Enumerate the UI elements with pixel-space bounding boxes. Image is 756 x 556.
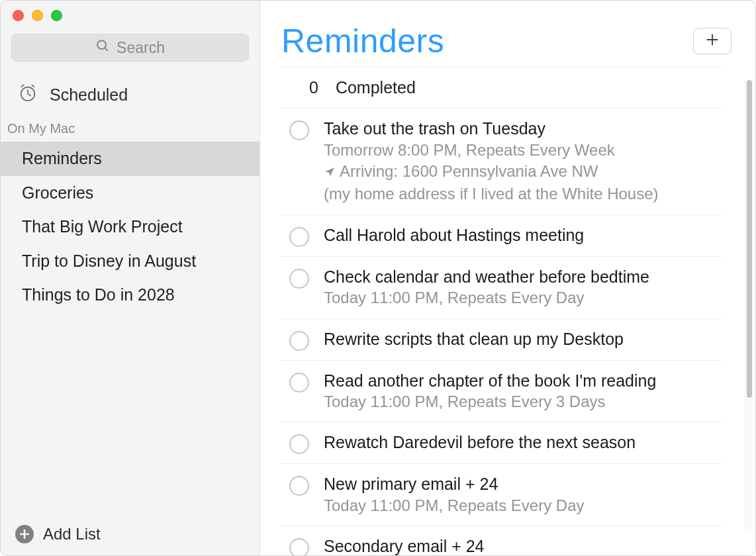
- reminder-item[interactable]: Call Harold about Hastings meeting: [280, 214, 722, 256]
- add-reminder-button[interactable]: [693, 28, 732, 54]
- reminder-schedule: Tomorrow 8:00 PM, Repeats Every Week: [324, 140, 722, 161]
- scrollbar-track[interactable]: [745, 80, 753, 530]
- reminder-title: New primary email + 24: [324, 473, 722, 495]
- app-window: Search Scheduled On My Mac Reminders: [0, 0, 756, 556]
- sidebar-list-label: Trip to Disney in August: [22, 252, 196, 270]
- reminder-item[interactable]: Take out the trash on Tuesday Tomorrow 8…: [280, 108, 722, 214]
- reminder-title: Take out the trash on Tuesday: [324, 118, 722, 140]
- reminder-checkbox[interactable]: [289, 227, 309, 247]
- reminder-title: Check calendar and weather before bedtim…: [324, 266, 722, 288]
- sidebar-list-work-project[interactable]: That Big Work Project: [1, 210, 260, 244]
- sidebar-lists: Reminders Groceries That Big Work Projec…: [1, 142, 260, 312]
- window-controls: [1, 1, 260, 26]
- reminders-scroll[interactable]: 0 Completed Take out the trash on Tuesda…: [260, 67, 755, 555]
- svg-line-4: [28, 94, 31, 96]
- svg-line-1: [105, 48, 108, 51]
- scheduled-label: Scheduled: [50, 85, 128, 105]
- sidebar-item-scheduled[interactable]: Scheduled: [1, 71, 260, 118]
- svg-line-6: [32, 85, 35, 87]
- reminder-title: Secondary email + 24: [324, 535, 722, 555]
- reminder-item[interactable]: New primary email + 24 Today 11:00 PM, R…: [280, 463, 722, 526]
- completed-header[interactable]: 0 Completed: [280, 67, 722, 108]
- main-header: Reminders: [260, 1, 755, 67]
- reminder-checkbox[interactable]: [289, 538, 309, 555]
- reminder-checkbox[interactable]: [289, 269, 309, 289]
- sidebar-list-trip-disney[interactable]: Trip to Disney in August: [1, 244, 260, 279]
- plus-circle-icon: [15, 525, 34, 543]
- sidebar-list-label: Reminders: [22, 149, 102, 167]
- reminder-title: Rewrite scripts that clean up my Desktop: [324, 328, 722, 350]
- reminder-checkbox[interactable]: [289, 120, 309, 140]
- reminder-title: Call Harold about Hastings meeting: [324, 224, 722, 246]
- reminder-schedule: Today 11:00 PM, Repeats Every 3 Days: [324, 391, 722, 412]
- sidebar-list-label: Groceries: [22, 183, 93, 202]
- reminder-item[interactable]: Rewatch Daredevil before the next season: [280, 422, 722, 463]
- sidebar-list-label: Things to Do in 2028: [22, 285, 175, 304]
- add-list-label: Add List: [43, 525, 101, 543]
- close-window-button[interactable]: [13, 10, 24, 21]
- list-title: Reminders: [281, 22, 444, 60]
- reminder-schedule: Today 11:00 PM, Repeats Every Day: [324, 495, 722, 516]
- scrollbar-thumb[interactable]: [747, 80, 752, 398]
- reminder-item[interactable]: Read another chapter of the book I'm rea…: [280, 360, 722, 422]
- clock-alarm-icon: [18, 83, 38, 107]
- location-arrow-icon: [324, 162, 336, 183]
- reminder-checkbox[interactable]: [289, 373, 309, 393]
- zoom-window-button[interactable]: [51, 10, 62, 21]
- sidebar: Search Scheduled On My Mac Reminders: [1, 1, 260, 555]
- sidebar-list-groceries[interactable]: Groceries: [1, 176, 260, 210]
- reminder-note: (my home address if I lived at the White…: [324, 183, 722, 205]
- search-input[interactable]: Search: [11, 34, 249, 62]
- svg-line-5: [21, 85, 24, 87]
- reminder-item[interactable]: Rewrite scripts that clean up my Desktop: [280, 318, 722, 360]
- reminder-schedule: Today 11:00 PM, Repeats Every Day: [324, 287, 722, 308]
- search-placeholder: Search: [117, 39, 165, 57]
- reminder-item[interactable]: Secondary email + 24: [280, 526, 722, 555]
- reminder-item[interactable]: Check calendar and weather before bedtim…: [280, 256, 722, 318]
- reminder-location: Arriving: 1600 Pennsylvania Ave NW: [324, 161, 722, 183]
- plus-icon: [705, 32, 720, 50]
- svg-point-0: [97, 40, 106, 49]
- reminder-checkbox[interactable]: [289, 434, 309, 454]
- sidebar-list-things-2028[interactable]: Things to Do in 2028: [1, 278, 260, 312]
- reminder-checkbox[interactable]: [289, 476, 309, 496]
- reminder-title: Read another chapter of the book I'm rea…: [324, 370, 722, 392]
- sidebar-list-reminders[interactable]: Reminders: [1, 142, 260, 176]
- reminder-title: Rewatch Daredevil before the next season: [324, 432, 722, 453]
- reminder-checkbox[interactable]: [289, 331, 309, 351]
- sidebar-section-header: On My Mac: [1, 118, 260, 142]
- add-list-button[interactable]: Add List: [1, 514, 260, 555]
- sidebar-list-label: That Big Work Project: [22, 217, 183, 236]
- completed-count: 0: [309, 78, 318, 97]
- main-panel: Reminders 0 Completed Take out the trash…: [260, 1, 755, 555]
- search-icon: [95, 38, 110, 57]
- completed-label: Completed: [336, 78, 416, 97]
- minimize-window-button[interactable]: [32, 10, 43, 21]
